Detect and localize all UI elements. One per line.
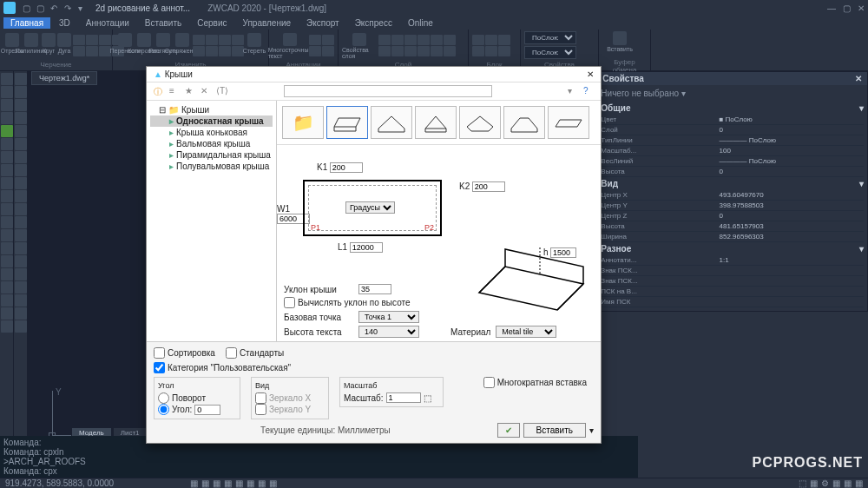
tool-icon[interactable]	[1, 281, 13, 293]
tool-icon[interactable]	[15, 73, 27, 85]
tool-icon[interactable]	[1, 229, 13, 241]
tool-icon[interactable]	[485, 46, 497, 56]
tool-icon[interactable]	[309, 35, 321, 45]
tool-icon[interactable]	[15, 216, 27, 228]
angle-radio[interactable]	[158, 404, 169, 415]
tool-icon[interactable]	[99, 35, 111, 45]
tool-icon[interactable]	[15, 294, 27, 307]
tool-icon[interactable]	[472, 46, 484, 56]
thumbnail[interactable]	[459, 106, 501, 139]
section-title[interactable]: Разное	[601, 244, 631, 254]
tool-icon[interactable]	[378, 35, 391, 45]
l1-input[interactable]	[350, 242, 383, 253]
tool-icon[interactable]	[498, 46, 510, 56]
tab-manage[interactable]: Управление	[236, 17, 299, 29]
status-toggle[interactable]: ▦	[258, 478, 266, 488]
tool-icon[interactable]	[15, 268, 27, 280]
tree-item[interactable]: ▸Вальмовая крыша	[150, 138, 273, 149]
tool-icon[interactable]	[15, 164, 27, 176]
mirror-x-check[interactable]	[255, 392, 266, 404]
linetype-combo[interactable]: ПоСлою	[524, 46, 576, 59]
tool-icon[interactable]	[15, 99, 27, 111]
category-check[interactable]	[154, 362, 165, 373]
prop-row[interactable]: Аннотати...1:1	[601, 255, 864, 266]
qat-icon[interactable]: ▾	[78, 3, 87, 12]
status-toggle[interactable]: ⚙	[821, 478, 829, 488]
tool-icon[interactable]	[219, 46, 231, 56]
search-input[interactable]	[284, 85, 492, 97]
pick-icon[interactable]: ⬚	[424, 393, 431, 403]
prop-row[interactable]: Ширина852.96596303	[601, 232, 864, 242]
tool-icon[interactable]	[206, 35, 218, 45]
material-select[interactable]: Metal tile	[496, 326, 556, 338]
thumbnail[interactable]	[503, 106, 545, 139]
standards-check[interactable]	[226, 347, 237, 359]
status-toggle[interactable]: ⬚	[799, 478, 806, 488]
tool-icon[interactable]	[444, 35, 456, 45]
status-toggle[interactable]: ▦	[810, 478, 818, 488]
angle-units-select[interactable]: Градусы	[345, 201, 395, 214]
dropdown-icon[interactable]: ▾	[568, 86, 578, 96]
mirror-y-check[interactable]	[255, 404, 266, 415]
tool-icon[interactable]	[1, 294, 13, 307]
tool-icon[interactable]	[322, 46, 334, 56]
prop-row[interactable]: ПСК на В...	[601, 287, 864, 297]
circle-button[interactable]: Круг	[42, 33, 56, 59]
tool-icon[interactable]	[1, 203, 13, 215]
erase-button[interactable]: Стереть	[246, 33, 263, 59]
section-title[interactable]: Вид	[601, 179, 618, 188]
qat-icon[interactable]: ↷	[64, 3, 73, 12]
tool-icon[interactable]	[498, 35, 510, 45]
angle-input[interactable]	[194, 405, 220, 415]
tool-icon[interactable]	[1, 99, 13, 111]
prop-row[interactable]: Имя ПСК	[601, 297, 864, 307]
tab-annot[interactable]: Аннотации	[79, 17, 136, 29]
tool-icon[interactable]	[219, 35, 231, 45]
tool-icon[interactable]	[15, 86, 27, 98]
calc-slope-check[interactable]	[284, 297, 295, 308]
polyline-button[interactable]: Полилиния	[23, 33, 40, 59]
tool-icon[interactable]	[418, 46, 430, 56]
prop-row[interactable]: Центр Z0	[601, 211, 864, 221]
prop-row[interactable]: Центр X493.60497670	[601, 190, 864, 201]
text-icon[interactable]: ⟨T⟩	[216, 86, 227, 96]
tool-icon[interactable]	[86, 46, 98, 56]
status-toggle[interactable]: ▦	[247, 478, 254, 488]
prop-row[interactable]: Высота481.65157903	[601, 221, 864, 232]
arc-button[interactable]: Дуга	[57, 33, 71, 59]
slope-input[interactable]	[358, 284, 391, 294]
prop-row[interactable]: Знак ПСК...	[601, 266, 864, 276]
tool-icon[interactable]	[193, 35, 205, 45]
tool-icon[interactable]	[1, 86, 13, 98]
insert-button[interactable]: Вставить	[523, 423, 586, 438]
tool-icon[interactable]	[232, 35, 244, 45]
prop-row[interactable]: Слой0	[601, 125, 864, 135]
tool-icon[interactable]	[15, 281, 27, 293]
tool-icon[interactable]	[73, 35, 85, 45]
delete-icon[interactable]: ✕	[201, 86, 211, 96]
tool-icon[interactable]	[1, 242, 13, 254]
tool-icon[interactable]	[1, 190, 13, 202]
tool-icon[interactable]	[431, 46, 443, 56]
tool-icon[interactable]	[472, 35, 484, 45]
status-toggle[interactable]: ▦	[855, 478, 863, 488]
tool-icon[interactable]	[444, 46, 456, 56]
prop-row[interactable]: Масштаб...100	[601, 146, 864, 156]
tool-icon[interactable]	[73, 46, 85, 56]
color-combo[interactable]: ПоСлою	[524, 31, 576, 44]
thumbnail[interactable]	[371, 106, 412, 139]
tool-icon[interactable]	[322, 35, 334, 45]
tool-icon[interactable]	[1, 138, 13, 150]
base-select[interactable]: Точка 1	[358, 311, 419, 323]
thumbnail[interactable]	[415, 106, 457, 139]
tree-item-selected[interactable]: ▸Односкатная крыша	[150, 115, 273, 127]
prop-row[interactable]: Знак ПСК...	[601, 276, 864, 287]
tool-icon[interactable]	[404, 35, 417, 45]
prop-row[interactable]: Цвет■ ПоСлою	[601, 115, 864, 125]
tab-main[interactable]: Главная	[3, 17, 50, 29]
thumbnail-selected[interactable]	[326, 106, 368, 139]
move-button[interactable]: Перенести	[116, 33, 134, 59]
status-toggle[interactable]: ▦	[201, 478, 209, 488]
tool-icon[interactable]	[15, 125, 27, 137]
tool-icon[interactable]	[1, 125, 13, 137]
